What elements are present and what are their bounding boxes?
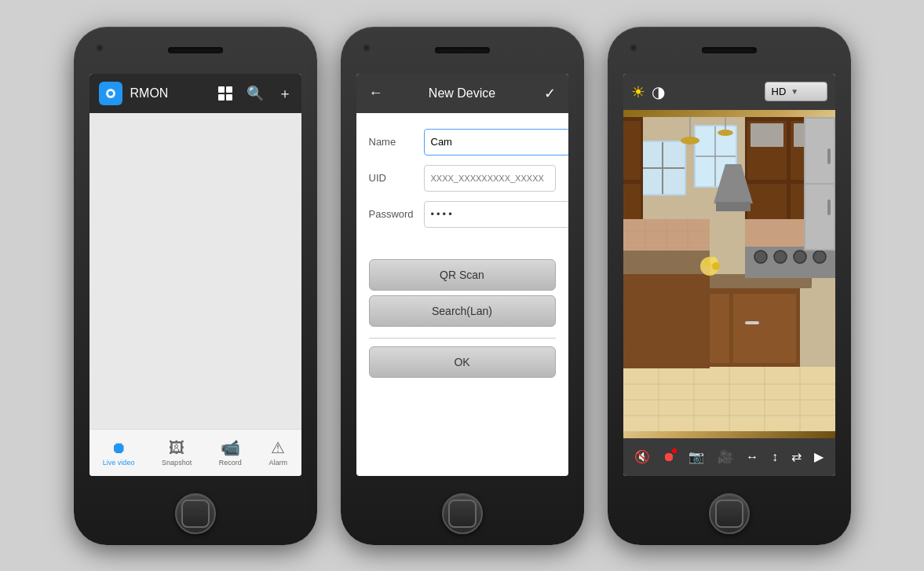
svg-rect-66 xyxy=(827,148,831,164)
home-button-inner-1 xyxy=(181,500,210,528)
front-camera-1 xyxy=(96,44,104,52)
main-content-area xyxy=(89,113,301,429)
svg-point-48 xyxy=(794,251,806,263)
nav-snapshot-label: Snapshot xyxy=(162,459,192,467)
snapshot-cam-icon[interactable]: 📷 xyxy=(688,449,704,464)
form-spacer xyxy=(356,397,568,476)
front-camera-2 xyxy=(363,44,371,52)
search-lan-button[interactable]: Search(Lan) xyxy=(369,295,556,327)
app-header: RMON 🔍 ＋ xyxy=(89,74,301,113)
speaker-2 xyxy=(435,47,490,53)
speaker-3 xyxy=(702,47,757,53)
phone-3-screen: ☀ ◑ HD ▼ xyxy=(623,74,835,476)
nav-snapshot[interactable]: 🖼 Snapshot xyxy=(162,439,192,467)
speaker-1 xyxy=(168,47,223,53)
play-forward-icon[interactable]: ▶ xyxy=(814,449,824,464)
name-input[interactable] xyxy=(424,129,568,156)
phone-1-screen: RMON 🔍 ＋ ⏺ Live video 🖼 Snapshot 📹 xyxy=(89,74,301,476)
svg-rect-22 xyxy=(716,202,751,211)
camera-footer: 🔇 ⏺ 📷 🎥 ↔ ↕ ⇄ ▶ xyxy=(623,438,835,476)
new-device-buttons: QR Scan Search(Lan) OK xyxy=(356,253,568,397)
quality-dropdown[interactable]: HD ▼ xyxy=(765,82,827,101)
move-horizontal-icon[interactable]: ↔ xyxy=(746,450,758,464)
uid-input[interactable] xyxy=(424,165,556,192)
home-button-1[interactable] xyxy=(175,493,216,534)
button-divider xyxy=(369,338,556,339)
app-title: RMON xyxy=(130,86,204,101)
nav-live-label: Live video xyxy=(103,459,135,467)
app-logo xyxy=(99,82,122,105)
live-video-icon: ⏺ xyxy=(111,439,126,457)
svg-rect-67 xyxy=(827,199,831,215)
bottom-nav: ⏺ Live video 🖼 Snapshot 📹 Record ⚠ Alarm xyxy=(89,429,301,476)
uid-label: UID xyxy=(369,172,424,184)
password-input[interactable] xyxy=(424,201,568,228)
home-button-3[interactable] xyxy=(709,493,750,534)
password-field-row: Password xyxy=(369,201,556,228)
nav-record[interactable]: 📹 Record xyxy=(219,438,242,467)
svg-point-62 xyxy=(712,262,720,270)
mute-icon[interactable]: 🔇 xyxy=(634,449,650,464)
svg-point-25 xyxy=(718,130,733,136)
contrast-icon[interactable]: ◑ xyxy=(652,82,665,101)
phone-1-bottom xyxy=(74,482,317,545)
flip-icon[interactable]: ⇄ xyxy=(791,449,802,464)
front-camera-3 xyxy=(630,44,637,52)
rmon-logo-icon xyxy=(104,87,117,100)
svg-point-49 xyxy=(813,251,826,263)
dropdown-arrow-icon: ▼ xyxy=(791,87,798,96)
svg-point-47 xyxy=(774,251,787,263)
nav-record-label: Record xyxy=(219,459,242,467)
svg-rect-65 xyxy=(805,185,834,249)
phone-2-bottom xyxy=(341,482,584,545)
svg-rect-12 xyxy=(623,121,641,180)
search-icon[interactable]: 🔍 xyxy=(247,85,264,102)
password-label: Password xyxy=(369,208,424,220)
phone-3-bottom xyxy=(608,482,851,545)
svg-rect-19 xyxy=(751,123,783,147)
nav-alarm-label: Alarm xyxy=(269,459,288,467)
phone-1-top xyxy=(74,27,317,74)
kitchen-svg xyxy=(623,110,835,438)
brightness-icon[interactable]: ☀ xyxy=(631,82,645,101)
record-icon-footer[interactable]: ⏺ xyxy=(663,450,675,464)
back-button[interactable]: ← xyxy=(369,85,383,101)
home-button-inner-2 xyxy=(448,500,477,528)
alarm-icon: ⚠ xyxy=(271,438,285,457)
svg-rect-30 xyxy=(733,294,796,363)
new-device-form: Name UID Password xyxy=(356,113,568,253)
svg-point-46 xyxy=(754,251,767,263)
ok-button[interactable]: OK xyxy=(369,346,556,378)
nav-live-video[interactable]: ⏺ Live video xyxy=(103,439,135,467)
svg-rect-50 xyxy=(623,251,710,278)
home-button-2[interactable] xyxy=(442,493,483,534)
quality-select-wrap[interactable]: HD ▼ xyxy=(765,82,827,101)
svg-rect-32 xyxy=(745,321,759,324)
confirm-button[interactable]: ✓ xyxy=(544,85,556,102)
video-icon[interactable]: 🎥 xyxy=(718,449,733,464)
svg-point-23 xyxy=(681,137,699,145)
name-label: Name xyxy=(369,136,424,148)
add-device-icon[interactable]: ＋ xyxy=(278,84,292,103)
grid-view-icon[interactable] xyxy=(218,86,232,101)
camera-header: ☀ ◑ HD ▼ xyxy=(623,74,835,110)
phone-3-top xyxy=(608,27,851,74)
name-field-row: Name xyxy=(369,129,556,156)
phone-2: ← New Device ✓ Name UID Password QR Scan… xyxy=(341,27,584,545)
record-icon: 📹 xyxy=(221,438,240,457)
uid-field-row: UID xyxy=(369,165,556,192)
move-vertical-icon[interactable]: ↕ xyxy=(772,450,778,464)
new-device-title: New Device xyxy=(429,86,495,101)
phone-2-top xyxy=(341,27,584,74)
home-button-inner-3 xyxy=(715,500,743,528)
camera-view xyxy=(623,110,835,438)
quality-value: HD xyxy=(772,86,787,97)
nav-alarm[interactable]: ⚠ Alarm xyxy=(269,438,288,467)
svg-rect-51 xyxy=(623,274,710,368)
phone-2-screen: ← New Device ✓ Name UID Password QR Scan… xyxy=(356,74,568,476)
snapshot-icon: 🖼 xyxy=(169,439,184,457)
qr-scan-button[interactable]: QR Scan xyxy=(369,259,556,291)
phone-1: RMON 🔍 ＋ ⏺ Live video 🖼 Snapshot 📹 xyxy=(74,27,317,545)
phone-3: ☀ ◑ HD ▼ xyxy=(608,27,851,545)
new-device-header: ← New Device ✓ xyxy=(356,74,568,113)
